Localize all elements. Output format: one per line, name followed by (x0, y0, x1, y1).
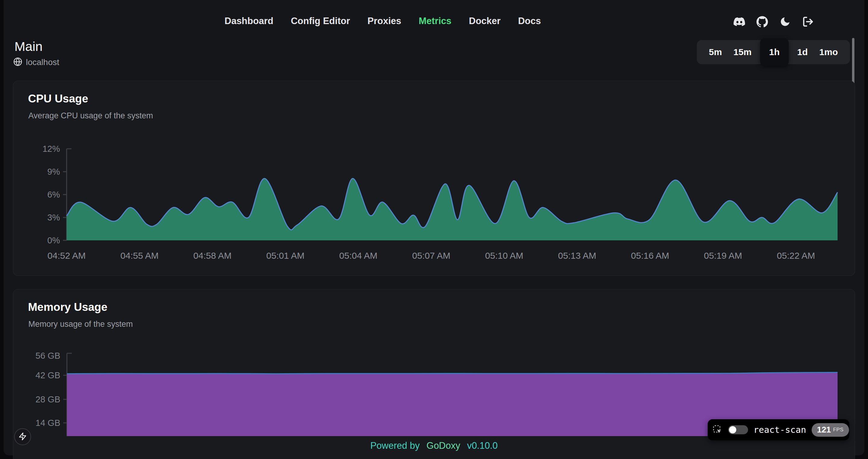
cpu-usage-chart[interactable]: 0%3%6%9%12%04:52 AM04:55 AM04:58 AM05:01… (13, 81, 855, 276)
nav-item-docker[interactable]: Docker (469, 15, 501, 27)
cpu-x-tick-label: 05:16 AM (631, 251, 670, 261)
nav-item-docs[interactable]: Docs (518, 15, 541, 27)
time-range-option-1mo[interactable]: 1mo (816, 47, 841, 57)
nav-item-proxies[interactable]: Proxies (367, 15, 401, 27)
time-range-option-5m[interactable]: 5m (706, 47, 725, 57)
react-scan-label: react-scan (753, 425, 806, 435)
logout-icon[interactable] (802, 16, 814, 28)
powered-by-text: Powered by (370, 440, 420, 451)
react-scan-toggle[interactable] (728, 425, 748, 434)
cpu-x-tick-label: 04:58 AM (193, 251, 232, 261)
cpu-x-tick-label: 05:04 AM (339, 251, 378, 261)
cpu-y-tick-label: 12% (42, 144, 60, 154)
globe-icon (13, 57, 22, 67)
host-label: localhost (26, 58, 59, 67)
cpu-y-tick-label: 3% (47, 212, 60, 222)
fps-value: 121 (817, 425, 831, 435)
top-nav-icons (733, 16, 814, 28)
cpu-x-tick-label: 05:07 AM (412, 251, 451, 261)
time-range-selector: 5m15m1h1d1mo (697, 40, 850, 64)
cpu-y-tick-label: 6% (47, 190, 60, 199)
cpu-x-tick-label: 04:55 AM (121, 251, 159, 261)
time-range-option-1d[interactable]: 1d (794, 47, 811, 57)
nav-item-metrics[interactable]: Metrics (418, 15, 452, 27)
memory-y-tick-label: 14 GB (36, 418, 60, 428)
cpu-usage-card: CPU Usage Average CPU usage of the syste… (13, 81, 855, 276)
github-icon[interactable] (756, 16, 768, 28)
lightning-icon (19, 432, 27, 441)
cpu-x-tick-label: 05:13 AM (558, 251, 596, 261)
memory-usage-chart[interactable]: 56 GB42 GB28 GB14 GB (13, 289, 855, 436)
time-range-option-15m[interactable]: 15m (731, 47, 755, 57)
nav-item-dashboard[interactable]: Dashboard (224, 15, 273, 27)
memory-y-tick-label: 28 GB (36, 395, 60, 404)
discord-icon[interactable] (733, 16, 745, 28)
fps-unit: FPS (833, 427, 844, 433)
nav-item-config-editor[interactable]: Config Editor (291, 15, 350, 27)
time-range-option-1h[interactable]: 1h (760, 38, 789, 66)
host-row: localhost (13, 57, 59, 67)
version-text: v0.10.0 (467, 440, 498, 451)
cpu-x-tick-label: 04:52 AM (48, 251, 86, 261)
react-scan-widget: react-scan 121 FPS (708, 419, 849, 440)
theme-moon-icon[interactable] (779, 16, 791, 28)
cpu-y-tick-label: 0% (47, 235, 60, 245)
quick-actions-button[interactable] (14, 428, 31, 445)
top-nav: DashboardConfig EditorProxiesMetricsDock… (224, 15, 541, 27)
fps-badge: 121 FPS (812, 423, 849, 437)
memory-y-tick-label: 42 GB (36, 370, 60, 380)
cpu-x-tick-label: 05:10 AM (485, 251, 524, 261)
memory-series-line (67, 372, 838, 374)
cpu-x-tick-label: 05:22 AM (777, 251, 815, 261)
page-title: Main (14, 39, 42, 54)
footer: Powered by GoDoxy v0.10.0 (4, 440, 864, 451)
cpu-x-tick-label: 05:19 AM (704, 251, 742, 261)
toggle-knob (729, 426, 736, 433)
cpu-x-tick-label: 05:01 AM (267, 251, 305, 261)
godoxy-link[interactable]: GoDoxy (427, 440, 460, 451)
inspect-cursor-icon[interactable] (712, 425, 723, 435)
cpu-y-tick-label: 9% (47, 167, 60, 176)
cpu-area-series (67, 178, 838, 240)
memory-y-tick-label: 56 GB (36, 351, 60, 361)
